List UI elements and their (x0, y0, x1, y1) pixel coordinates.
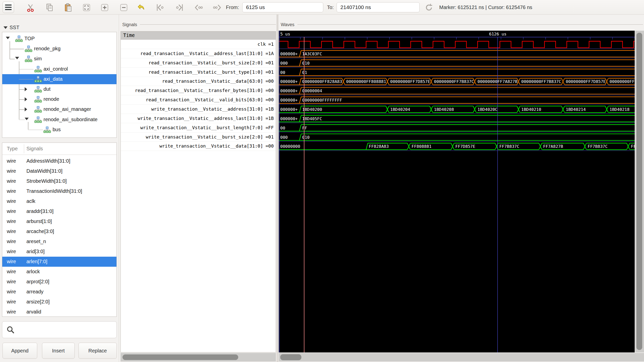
signals-frame-line (140, 24, 276, 25)
table-row-arready[interactable]: wirearready (2, 287, 116, 297)
row-separator (279, 49, 635, 49)
undo-button[interactable] (136, 3, 146, 12)
wave-value-text: 1BD40204 (390, 107, 410, 112)
table-row-arlock[interactable]: wirearlock (2, 267, 116, 277)
trace-row-write_transaction__Vstatic__address[31:0][interactable]: write_transaction__Vstatic__address[31:0… (121, 105, 276, 114)
timeline-tick (412, 37, 412, 39)
reload-button[interactable] (424, 3, 434, 12)
go-to-end-button[interactable] (175, 3, 184, 12)
table-row-arid[3:0][interactable]: wirearid[3:0] (2, 247, 116, 257)
wave-value-text: 00000000FF7B837C (434, 79, 474, 84)
trace-row-read_transaction__Vstatic__address_last[31:0][interactable]: read_transaction__Vstatic__address_last[… (121, 49, 276, 58)
table-row-arsize[2:0][interactable]: wirearsize[2:0] (2, 297, 116, 307)
table-row-arlen[7:0][interactable]: wirearlen[7:0] (2, 257, 116, 267)
trace-row-read_transaction__Vstatic__burst_type[1:0][interactable]: read_transaction__Vstatic__burst_type[1:… (121, 68, 276, 77)
menu-button[interactable] (3, 2, 14, 13)
step-back-button[interactable] (194, 3, 204, 12)
table-row-DataWidth[31:0][interactable]: wireDataWidth[31:0] (2, 166, 116, 176)
insert-button[interactable]: Insert (42, 343, 75, 359)
zoom-out-icon (119, 3, 128, 12)
tree-item-TOP[interactable]: TOP (2, 34, 116, 44)
signal-search-input[interactable] (18, 322, 116, 337)
zoom-out-button[interactable] (119, 3, 129, 12)
waveform-svg: 5 us6126 us000000+1A3C03FC00001000010000… (279, 31, 635, 352)
replace-button[interactable]: Replace (78, 343, 117, 359)
table-row-arburst[1:0][interactable]: wirearburst[1:0] (2, 216, 116, 227)
tree-item-label: renode_axi_manager (44, 106, 91, 112)
waves-hscrollbar[interactable] (279, 353, 644, 361)
chevron-down-icon[interactable] (6, 37, 10, 39)
cut-button[interactable] (26, 3, 35, 12)
append-button[interactable]: Append (3, 343, 37, 359)
bus-transition (299, 125, 301, 131)
signal-name: araddr[31:0] (26, 208, 54, 214)
bus-transition (299, 87, 301, 94)
trace-row-write_transaction__Vstatic__burst_size[2:0][interactable]: write_transaction__Vstatic__burst_size[2… (121, 132, 276, 142)
row-separator (279, 141, 635, 142)
signal-name: StrobeWidth[31:0] (26, 178, 67, 184)
trace-name: write_transaction__Vstatic__data[31:0] (159, 143, 263, 149)
tree-item-sim[interactable]: sim (2, 54, 116, 64)
table-row-areset_n[interactable]: wireareset_n (2, 237, 116, 247)
go-to-start-icon (155, 3, 165, 12)
table-row-StrobeWidth[31:0][interactable]: wireStrobeWidth[31:0] (2, 176, 116, 186)
trace-row-read_transaction__Vstatic__burst_size[2:0][interactable]: read_transaction__Vstatic__burst_size[2:… (121, 58, 276, 68)
waves-vscrollbar-thumb[interactable] (636, 33, 642, 350)
chevron-down-icon[interactable] (15, 57, 19, 59)
bus-transition (299, 51, 301, 57)
signals-list: Time clk=1read_transaction__Vstatic__add… (120, 31, 276, 352)
left-splitter[interactable] (119, 15, 119, 362)
go-to-start-button[interactable] (155, 3, 165, 12)
module-icon (34, 106, 42, 113)
signals-hscrollbar[interactable] (120, 353, 276, 361)
signal-name: DataWidth[31:0] (26, 168, 62, 174)
sst-expander[interactable]: SST (4, 25, 19, 30)
chevron-down-icon[interactable] (25, 118, 29, 120)
waves-hscrollbar-thumb[interactable] (280, 354, 301, 360)
module-tree: TOP renode_pkg sim axi_control axi_data … (2, 32, 117, 138)
trace-row-write_transaction__Vstatic__burst_length[7:0][interactable]: write_transaction__Vstatic__burst_length… (121, 123, 276, 132)
wave-value-text: 00000000FF7D857E (390, 79, 430, 84)
signal-table: Type Signals wireAddressWidth[31:0]wireD… (2, 143, 117, 317)
table-row-AddressWidth[31:0][interactable]: wireAddressWidth[31:0] (2, 156, 116, 166)
chevron-right-icon[interactable] (25, 107, 27, 111)
table-row-aclk[interactable]: wireaclk (2, 196, 116, 206)
table-row-TransactionIdWidth[31:0][interactable]: wireTransactionIdWidth[31:0] (2, 186, 116, 196)
wave-value-text: 00 (280, 70, 285, 75)
signals-waves-splitter[interactable] (277, 15, 277, 362)
from-input[interactable] (242, 2, 323, 12)
table-row-arvalid[interactable]: wirearvalid (2, 307, 116, 317)
paste-button[interactable] (63, 3, 73, 12)
table-row-arprot[2:0][interactable]: wirearprot[2:0] (2, 277, 116, 287)
trace-value: =00 (265, 143, 274, 149)
trace-row-read_transaction__Vstatic__transfer_bytes[31:0][interactable]: read_transaction__Vstatic__transfer_byte… (121, 86, 276, 95)
signals-hscrollbar-thumb[interactable] (123, 354, 238, 360)
table-row-araddr[31:0][interactable]: wirearaddr[31:0] (2, 206, 116, 216)
to-input[interactable] (337, 2, 420, 12)
timeline-tick (545, 37, 546, 39)
zoom-in-button[interactable] (100, 3, 109, 12)
tree-connector-line (19, 89, 25, 90)
table-row-arcache[3:0][interactable]: wirearcache[3:0] (2, 227, 116, 237)
wave-value-text: 1A3C03FC (302, 52, 322, 56)
trace-value: =01 (265, 134, 274, 140)
trace-row-write_transaction__Vstatic__data[31:0][interactable]: write_transaction__Vstatic__data[31:0]=0… (121, 142, 276, 151)
trace-row-read_transaction__Vstatic__data[63:0][interactable]: read_transaction__Vstatic__data[63:0]=00 (121, 77, 276, 86)
copy-button[interactable] (45, 3, 54, 12)
trace-row-read_transaction__Vstatic__valid_bits[63:0][interactable]: read_transaction__Vstatic__valid_bits[63… (121, 95, 276, 105)
tree-item-bus[interactable]: bus (2, 125, 116, 135)
zoom-fit-button[interactable] (82, 3, 91, 12)
sst-label: SST (10, 25, 19, 30)
trace-row-write_transaction__Vstatic__address_last[31:0][interactable]: write_transaction__Vstatic__address_last… (121, 114, 276, 123)
chevron-right-icon[interactable] (25, 97, 27, 101)
step-forward-button[interactable] (212, 3, 222, 12)
signal-search-box (2, 321, 117, 338)
waves-vscrollbar[interactable] (635, 31, 644, 352)
timeline-left-label: 5 us (280, 32, 290, 36)
waveform-canvas[interactable]: 5 us6126 us000000+1A3C03FC00001000010000… (279, 31, 635, 352)
signal-name: areset_n (26, 239, 46, 244)
wave-value-text: 000 (280, 61, 288, 66)
trace-row-clk[interactable]: clk=1 (121, 40, 276, 49)
tree-item-label: bus (53, 127, 61, 132)
chevron-right-icon[interactable] (25, 87, 27, 91)
